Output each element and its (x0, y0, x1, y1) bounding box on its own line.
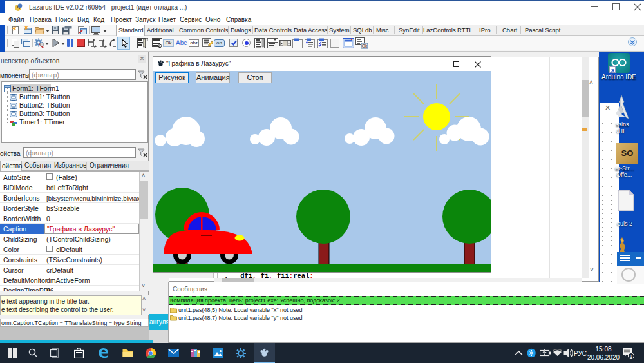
svg-text:Ok: Ok (362, 44, 368, 48)
svg-text:1: 1 (630, 354, 632, 358)
